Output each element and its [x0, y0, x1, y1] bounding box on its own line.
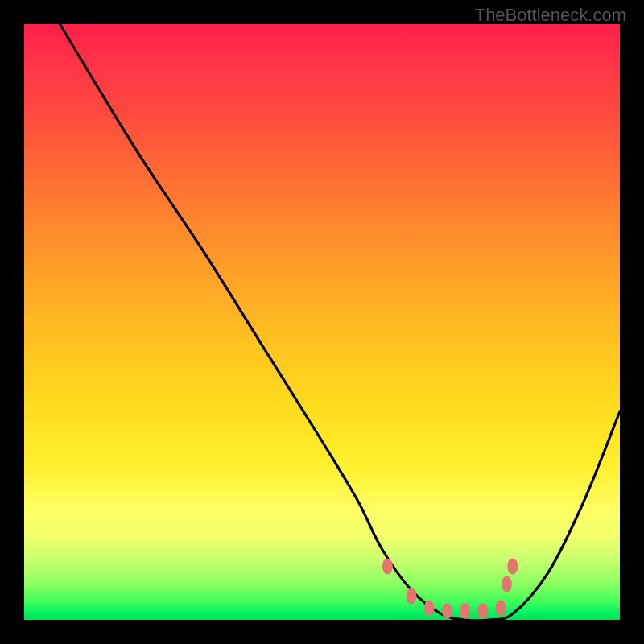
marker-dot: [382, 558, 393, 574]
marker-dot: [477, 603, 488, 619]
marker-dot: [502, 576, 512, 592]
chart-area: [24, 24, 620, 620]
optimal-range-markers: [382, 558, 518, 619]
marker-dot: [424, 600, 435, 616]
marker-dot: [507, 558, 518, 574]
marker-dot: [442, 603, 452, 619]
marker-dot: [460, 603, 470, 619]
marker-dot: [407, 588, 417, 604]
marker-dot: [496, 600, 506, 616]
chart-svg: [24, 24, 620, 620]
watermark-text: TheBottleneck.com: [475, 5, 626, 26]
bottleneck-curve: [60, 24, 620, 620]
